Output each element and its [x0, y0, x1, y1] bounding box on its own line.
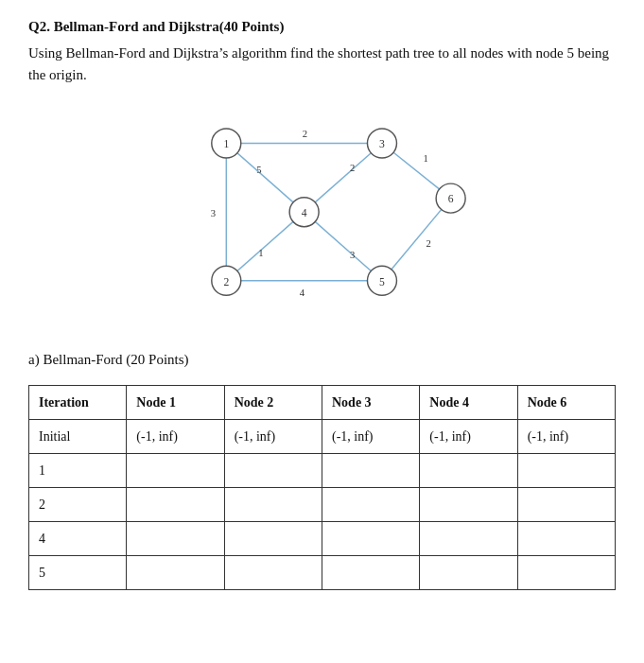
edge-weight-1-2: 3 [210, 208, 215, 218]
row-2-label: 2 [29, 488, 127, 522]
svg-line-6 [304, 212, 381, 281]
edge-weight-2-5: 4 [299, 288, 305, 298]
row-1-node1 [127, 454, 224, 488]
svg-line-8 [381, 199, 450, 281]
header-row: Iteration Node 1 Node 2 Node 3 Node 4 No… [29, 386, 616, 420]
node-6-label: 6 [447, 193, 453, 205]
row-4-node4 [420, 522, 517, 556]
row-4-node1 [127, 522, 224, 556]
row-initial-node4: (-1, inf) [420, 420, 517, 454]
node-5-label: 5 [379, 276, 385, 288]
edge-weight-5-6: 2 [426, 238, 430, 249]
row-2-node2 [224, 488, 322, 522]
node-3-label: 3 [379, 138, 385, 150]
row-2-node3 [322, 488, 419, 522]
row-initial-node1: (-1, inf) [127, 420, 224, 454]
row-4-node6 [517, 522, 615, 556]
edge-weight-4-3: 2 [350, 163, 355, 173]
edge-weight-3-6: 1 [423, 153, 427, 164]
row-5-node2 [224, 556, 322, 590]
row-1-node3 [322, 454, 419, 488]
row-4-node2 [224, 522, 322, 556]
node-4-label: 4 [301, 207, 306, 219]
row-initial-node2: (-1, inf) [224, 420, 322, 454]
row-5-node3 [322, 556, 419, 590]
row-5-node1 [127, 556, 224, 590]
node-2-label: 2 [223, 276, 229, 288]
edge-weight-4-5: 3 [350, 250, 355, 260]
table-row: 5 [29, 556, 616, 590]
row-4-node3 [322, 522, 419, 556]
svg-line-3 [226, 212, 304, 281]
row-5-node4 [420, 556, 517, 590]
edge-weight-1-4: 5 [256, 165, 261, 175]
row-4-label: 4 [29, 522, 127, 556]
table-body: Initial (-1, inf) (-1, inf) (-1, inf) (-… [29, 420, 616, 590]
row-2-node4 [420, 488, 517, 522]
question-title: Q2. Bellman-Ford and Dijkstra(40 Points) [28, 19, 616, 35]
edge-weight-2-4: 1 [258, 248, 263, 258]
row-1-node6 [517, 454, 615, 488]
row-2-node1 [127, 488, 224, 522]
header-node2: Node 2 [224, 386, 322, 420]
graph-container: 2 5 3 1 4 2 3 1 2 1 [28, 98, 616, 335]
row-initial-label: Initial [29, 420, 127, 454]
node-1-label: 1 [223, 138, 229, 150]
table-row: Initial (-1, inf) (-1, inf) (-1, inf) (-… [29, 420, 616, 454]
table-row: 2 [29, 488, 616, 522]
row-2-node6 [517, 488, 615, 522]
table-row: 4 [29, 522, 616, 556]
description: Using Bellman-Ford and Dijkstra’s algori… [28, 43, 616, 85]
table-header: Iteration Node 1 Node 2 Node 3 Node 4 No… [29, 386, 616, 420]
header-node6: Node 6 [517, 386, 615, 420]
row-initial-node3: (-1, inf) [322, 420, 419, 454]
row-1-node4 [420, 454, 517, 488]
row-1-node2 [224, 454, 322, 488]
row-5-label: 5 [29, 556, 127, 590]
row-5-node6 [517, 556, 615, 590]
graph-svg: 2 5 3 1 4 2 3 1 2 1 [176, 98, 469, 335]
header-iteration: Iteration [29, 386, 127, 420]
section-a-label: a) Bellman-Ford (20 Points) [28, 352, 616, 368]
svg-line-5 [304, 144, 381, 213]
row-1-label: 1 [29, 454, 127, 488]
edge-weight-1-3: 2 [302, 129, 306, 139]
header-node1: Node 1 [127, 386, 224, 420]
bellman-ford-table: Iteration Node 1 Node 2 Node 3 Node 4 No… [28, 385, 616, 590]
header-node4: Node 4 [420, 386, 517, 420]
svg-line-1 [226, 144, 304, 213]
header-node3: Node 3 [322, 386, 419, 420]
row-initial-node6: (-1, inf) [517, 420, 615, 454]
table-row: 1 [29, 454, 616, 488]
